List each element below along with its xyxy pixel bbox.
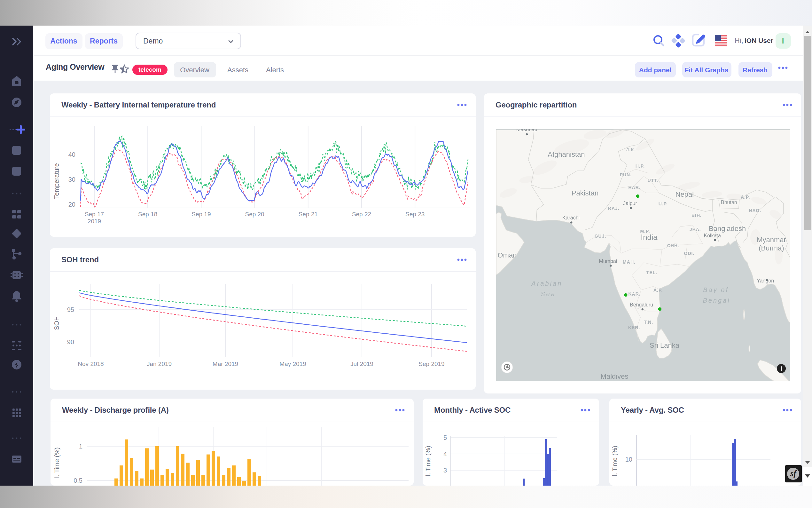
- svg-text:Mashhad: Mashhad: [516, 129, 537, 132]
- svg-text:20: 20: [68, 201, 76, 208]
- svg-text:90: 90: [67, 338, 74, 345]
- svg-text:Nepal: Nepal: [675, 190, 694, 198]
- svg-text:India: India: [641, 233, 658, 242]
- svg-text:Myanmar: Myanmar: [757, 236, 786, 244]
- svg-text:Sea: Sea: [540, 291, 556, 297]
- svg-text:JHA.: JHA.: [689, 227, 701, 232]
- svg-text:Sep 17: Sep 17: [85, 211, 104, 217]
- svg-text:10: 10: [625, 456, 632, 463]
- svg-text:Sep 21: Sep 21: [299, 211, 318, 217]
- svg-text:Sep 2019: Sep 2019: [419, 360, 444, 367]
- svg-text:Sep 22: Sep 22: [352, 211, 371, 217]
- svg-text:l. Time (%): l. Time (%): [611, 445, 618, 476]
- svg-text:Bhutan: Bhutan: [721, 200, 737, 205]
- svg-text:l. Time (%): l. Time (%): [425, 445, 432, 476]
- svg-text:40: 40: [68, 151, 76, 158]
- svg-text:Maldives: Maldives: [601, 372, 628, 380]
- svg-text:Mumbai: Mumbai: [599, 258, 617, 264]
- svg-text:Jan 2019: Jan 2019: [147, 360, 172, 367]
- svg-text:Temperature: Temperature: [53, 163, 60, 199]
- svg-text:Jaipur: Jaipur: [623, 201, 637, 206]
- svg-text:Bay of: Bay of: [703, 286, 729, 293]
- svg-text:Sep 20: Sep 20: [245, 211, 264, 217]
- svg-text:Bangladesh: Bangladesh: [709, 224, 746, 232]
- svg-text:Jul 2019: Jul 2019: [350, 360, 373, 367]
- svg-text:U.P.: U.P.: [659, 201, 668, 206]
- svg-text:J.K.: J.K.: [626, 147, 636, 152]
- svg-text:A.P.: A.P.: [654, 288, 663, 293]
- svg-text:Bengaluru: Bengaluru: [630, 302, 653, 307]
- svg-text:PUN.: PUN.: [620, 172, 632, 177]
- svg-text:TEL.: TEL.: [647, 270, 657, 275]
- svg-text:Nov 2018: Nov 2018: [78, 360, 104, 367]
- svg-text:HAR.: HAR.: [628, 185, 640, 190]
- svg-text:Afghanistan: Afghanistan: [547, 151, 585, 158]
- svg-text:Arabian: Arabian: [531, 280, 562, 287]
- svg-text:Pakistan: Pakistan: [572, 189, 599, 197]
- svg-text:i: i: [780, 365, 782, 372]
- svg-text:Bengal: Bengal: [703, 297, 730, 304]
- svg-text:A.P.: A.P.: [741, 195, 750, 200]
- svg-text:5: 5: [443, 434, 447, 441]
- svg-text:BIH.: BIH.: [691, 213, 702, 218]
- svg-text:T.N.: T.N.: [644, 320, 653, 325]
- svg-text:4: 4: [443, 450, 447, 457]
- svg-text:ODI.: ODI.: [684, 251, 695, 256]
- svg-text:2019: 2019: [88, 217, 101, 224]
- svg-text:NAG.: NAG.: [749, 208, 761, 213]
- svg-text:M.P.: M.P.: [640, 229, 650, 234]
- svg-text:Karachi: Karachi: [562, 215, 580, 220]
- svg-text:GUJ.: GUJ.: [594, 234, 607, 239]
- svg-text:KER.: KER.: [628, 325, 640, 330]
- svg-text:Oman: Oman: [497, 251, 517, 259]
- svg-text:0.5: 0.5: [74, 477, 83, 484]
- svg-text:UTT.: UTT.: [648, 178, 658, 183]
- svg-text:Sep 18: Sep 18: [138, 211, 157, 217]
- svg-text:KAR.: KAR.: [628, 291, 640, 297]
- svg-text:l. Time (%): l. Time (%): [53, 447, 60, 478]
- svg-text:1: 1: [79, 442, 83, 450]
- svg-text:H.P.: H.P.: [635, 164, 645, 169]
- svg-text:Kolkata: Kolkata: [704, 233, 721, 238]
- svg-text:May 2019: May 2019: [279, 360, 306, 367]
- svg-text:RAJ.: RAJ.: [608, 206, 620, 211]
- svg-text:95: 95: [67, 306, 74, 313]
- svg-text:MAH.: MAH.: [623, 259, 635, 264]
- svg-text:CHH.: CHH.: [667, 243, 679, 248]
- svg-text:SOH: SOH: [53, 316, 60, 330]
- svg-text:Sep 23: Sep 23: [405, 211, 425, 217]
- svg-text:Sri Lanka: Sri Lanka: [650, 341, 680, 349]
- svg-text:Sep 19: Sep 19: [191, 211, 211, 217]
- svg-text:(Burma): (Burma): [759, 244, 784, 252]
- svg-text:Mar 2019: Mar 2019: [212, 360, 238, 367]
- svg-text:Yangon: Yangon: [757, 278, 774, 284]
- svg-text:30: 30: [68, 176, 76, 183]
- svg-text:3: 3: [443, 466, 447, 473]
